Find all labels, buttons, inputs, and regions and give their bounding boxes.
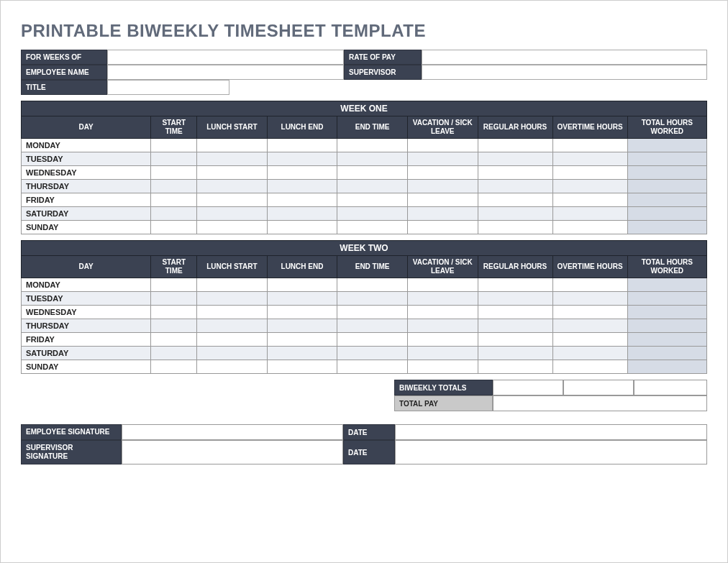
supervisor-date-field[interactable] bbox=[395, 440, 707, 464]
time-cell-ot[interactable] bbox=[552, 207, 627, 221]
time-cell-end[interactable] bbox=[337, 278, 408, 292]
time-cell-total[interactable] bbox=[627, 360, 706, 374]
title-field[interactable] bbox=[107, 80, 229, 95]
time-cell-ot[interactable] bbox=[552, 347, 627, 360]
time-cell-ot[interactable] bbox=[552, 360, 627, 374]
time-cell-end[interactable] bbox=[337, 333, 408, 347]
time-cell-start[interactable] bbox=[151, 166, 197, 180]
total-pay-field[interactable] bbox=[493, 395, 707, 411]
time-cell-vac[interactable] bbox=[407, 139, 478, 152]
time-cell-start[interactable] bbox=[151, 319, 197, 333]
time-cell-lunch-start[interactable] bbox=[197, 319, 268, 333]
supervisor-signature-field[interactable] bbox=[122, 440, 343, 464]
time-cell-reg[interactable] bbox=[478, 333, 552, 347]
time-cell-ot[interactable] bbox=[552, 319, 627, 333]
time-cell-reg[interactable] bbox=[478, 347, 552, 360]
time-cell-vac[interactable] bbox=[407, 166, 478, 180]
time-cell-end[interactable] bbox=[337, 360, 408, 374]
time-cell-lunch-start[interactable] bbox=[197, 193, 268, 207]
time-cell-ot[interactable] bbox=[552, 139, 627, 152]
time-cell-lunch-start[interactable] bbox=[197, 278, 268, 292]
time-cell-vac[interactable] bbox=[407, 347, 478, 360]
time-cell-total[interactable] bbox=[627, 292, 706, 306]
time-cell-reg[interactable] bbox=[478, 278, 552, 292]
time-cell-vac[interactable] bbox=[407, 333, 478, 347]
time-cell-lunch-start[interactable] bbox=[197, 139, 268, 152]
time-cell-lunch-end[interactable] bbox=[267, 347, 337, 360]
time-cell-reg[interactable] bbox=[478, 306, 552, 319]
time-cell-end[interactable] bbox=[337, 180, 408, 193]
time-cell-total[interactable] bbox=[627, 306, 706, 319]
time-cell-end[interactable] bbox=[337, 319, 408, 333]
time-cell-lunch-start[interactable] bbox=[197, 166, 268, 180]
time-cell-vac[interactable] bbox=[407, 360, 478, 374]
time-cell-lunch-end[interactable] bbox=[267, 139, 337, 152]
time-cell-ot[interactable] bbox=[552, 152, 627, 166]
biweekly-overtime-field[interactable] bbox=[563, 380, 634, 395]
time-cell-total[interactable] bbox=[627, 278, 706, 292]
time-cell-total[interactable] bbox=[627, 139, 706, 152]
time-cell-end[interactable] bbox=[337, 207, 408, 221]
time-cell-reg[interactable] bbox=[478, 221, 552, 234]
time-cell-start[interactable] bbox=[151, 193, 197, 207]
time-cell-lunch-end[interactable] bbox=[267, 360, 337, 374]
time-cell-lunch-start[interactable] bbox=[197, 333, 268, 347]
time-cell-end[interactable] bbox=[337, 193, 408, 207]
time-cell-lunch-end[interactable] bbox=[267, 207, 337, 221]
time-cell-vac[interactable] bbox=[407, 292, 478, 306]
time-cell-start[interactable] bbox=[151, 347, 197, 360]
time-cell-ot[interactable] bbox=[552, 166, 627, 180]
time-cell-lunch-end[interactable] bbox=[267, 333, 337, 347]
time-cell-vac[interactable] bbox=[407, 180, 478, 193]
time-cell-start[interactable] bbox=[151, 180, 197, 193]
for-weeks-of-field[interactable] bbox=[107, 50, 344, 65]
time-cell-reg[interactable] bbox=[478, 193, 552, 207]
time-cell-vac[interactable] bbox=[407, 193, 478, 207]
time-cell-start[interactable] bbox=[151, 333, 197, 347]
time-cell-ot[interactable] bbox=[552, 292, 627, 306]
time-cell-lunch-start[interactable] bbox=[197, 180, 268, 193]
time-cell-lunch-start[interactable] bbox=[197, 292, 268, 306]
time-cell-lunch-start[interactable] bbox=[197, 207, 268, 221]
time-cell-lunch-start[interactable] bbox=[197, 152, 268, 166]
time-cell-lunch-end[interactable] bbox=[267, 180, 337, 193]
time-cell-ot[interactable] bbox=[552, 221, 627, 234]
time-cell-lunch-end[interactable] bbox=[267, 278, 337, 292]
time-cell-end[interactable] bbox=[337, 347, 408, 360]
time-cell-start[interactable] bbox=[151, 207, 197, 221]
employee-signature-field[interactable] bbox=[122, 424, 343, 440]
time-cell-total[interactable] bbox=[627, 347, 706, 360]
time-cell-total[interactable] bbox=[627, 333, 706, 347]
time-cell-vac[interactable] bbox=[407, 306, 478, 319]
biweekly-regular-field[interactable] bbox=[493, 380, 563, 395]
time-cell-start[interactable] bbox=[151, 360, 197, 374]
time-cell-reg[interactable] bbox=[478, 152, 552, 166]
time-cell-reg[interactable] bbox=[478, 292, 552, 306]
time-cell-end[interactable] bbox=[337, 306, 408, 319]
time-cell-lunch-end[interactable] bbox=[267, 152, 337, 166]
time-cell-total[interactable] bbox=[627, 193, 706, 207]
time-cell-reg[interactable] bbox=[478, 360, 552, 374]
time-cell-lunch-start[interactable] bbox=[197, 221, 268, 234]
time-cell-lunch-start[interactable] bbox=[197, 347, 268, 360]
time-cell-vac[interactable] bbox=[407, 152, 478, 166]
time-cell-ot[interactable] bbox=[552, 333, 627, 347]
time-cell-total[interactable] bbox=[627, 221, 706, 234]
supervisor-field[interactable] bbox=[422, 65, 707, 80]
time-cell-end[interactable] bbox=[337, 166, 408, 180]
time-cell-ot[interactable] bbox=[552, 180, 627, 193]
time-cell-total[interactable] bbox=[627, 319, 706, 333]
time-cell-lunch-end[interactable] bbox=[267, 166, 337, 180]
time-cell-total[interactable] bbox=[627, 166, 706, 180]
time-cell-lunch-end[interactable] bbox=[267, 193, 337, 207]
biweekly-total-field[interactable] bbox=[634, 380, 707, 395]
time-cell-total[interactable] bbox=[627, 152, 706, 166]
time-cell-total[interactable] bbox=[627, 180, 706, 193]
time-cell-lunch-end[interactable] bbox=[267, 319, 337, 333]
time-cell-end[interactable] bbox=[337, 221, 408, 234]
time-cell-reg[interactable] bbox=[478, 180, 552, 193]
time-cell-reg[interactable] bbox=[478, 207, 552, 221]
time-cell-vac[interactable] bbox=[407, 221, 478, 234]
rate-of-pay-field[interactable] bbox=[422, 50, 707, 65]
time-cell-vac[interactable] bbox=[407, 319, 478, 333]
